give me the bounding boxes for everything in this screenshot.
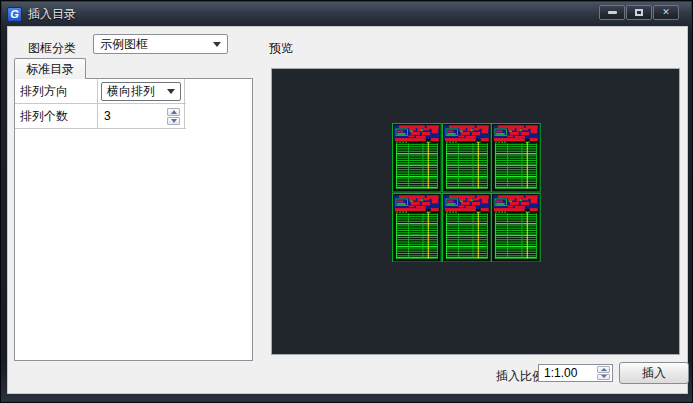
maximize-button[interactable] bbox=[626, 5, 652, 20]
count-spinner bbox=[167, 108, 180, 125]
close-button[interactable]: ✕ bbox=[653, 5, 679, 20]
window-controls: ✕ bbox=[598, 5, 679, 20]
direction-dropdown[interactable]: 横向排列 bbox=[101, 82, 181, 101]
tab-standard-catalog[interactable]: 标准目录 bbox=[14, 58, 86, 79]
direction-label: 排列方向 bbox=[15, 79, 98, 103]
settings-panel: 排列方向 横向排列 排列个数 bbox=[14, 78, 253, 361]
drawing-frame bbox=[491, 193, 541, 263]
spin-down-button[interactable] bbox=[597, 374, 610, 381]
maximize-icon bbox=[635, 9, 643, 16]
minimize-button[interactable] bbox=[599, 5, 625, 20]
insert-button[interactable]: 插入 bbox=[619, 362, 689, 384]
preview-canvas bbox=[271, 68, 680, 355]
frame-category-label: 图框分类 bbox=[28, 40, 76, 57]
table-row-count: 排列个数 bbox=[15, 104, 186, 129]
direction-value: 横向排列 bbox=[107, 83, 155, 100]
app-logo-icon: G bbox=[7, 7, 22, 22]
tab-label: 标准目录 bbox=[26, 61, 74, 78]
frames-grid bbox=[392, 123, 541, 262]
spin-up-button[interactable] bbox=[167, 108, 180, 116]
spin-down-button[interactable] bbox=[167, 117, 180, 125]
title-bar[interactable]: G 插入目录 ✕ bbox=[2, 2, 691, 27]
arrow-down-icon bbox=[171, 119, 177, 123]
count-input[interactable] bbox=[98, 108, 156, 124]
window-title: 插入目录 bbox=[28, 6, 76, 23]
settings-table: 排列方向 横向排列 排列个数 bbox=[15, 79, 186, 129]
arrow-down-icon bbox=[601, 375, 607, 378]
insert-scale-label: 插入比例 bbox=[496, 368, 544, 385]
chevron-down-icon bbox=[213, 42, 221, 47]
drawing-frame bbox=[392, 123, 442, 193]
close-icon: ✕ bbox=[662, 8, 670, 17]
drawing-frame bbox=[491, 123, 541, 193]
minimize-icon bbox=[608, 11, 617, 14]
insert-scale-field bbox=[538, 364, 613, 382]
insert-catalog-dialog: G 插入目录 ✕ 图框分类 示例图框 标准目录 排列方向 bbox=[0, 0, 693, 403]
count-label: 排列个数 bbox=[15, 104, 98, 128]
dialog-body: 图框分类 示例图框 标准目录 排列方向 横向排列 bbox=[8, 27, 687, 393]
chevron-down-icon bbox=[167, 89, 175, 94]
frame-category-value: 示例图框 bbox=[100, 36, 148, 53]
arrow-up-icon bbox=[171, 110, 177, 114]
drawing-frame bbox=[442, 193, 492, 263]
spin-up-button[interactable] bbox=[597, 366, 610, 373]
insert-scale-input[interactable] bbox=[539, 365, 589, 381]
frame-category-dropdown[interactable]: 示例图框 bbox=[93, 34, 228, 54]
drawing-frame bbox=[392, 193, 442, 263]
scale-spinner bbox=[597, 366, 610, 380]
drawing-frame bbox=[442, 123, 492, 193]
arrow-up-icon bbox=[601, 368, 607, 371]
table-row-direction: 排列方向 横向排列 bbox=[15, 79, 186, 104]
preview-label: 预览 bbox=[269, 40, 293, 57]
